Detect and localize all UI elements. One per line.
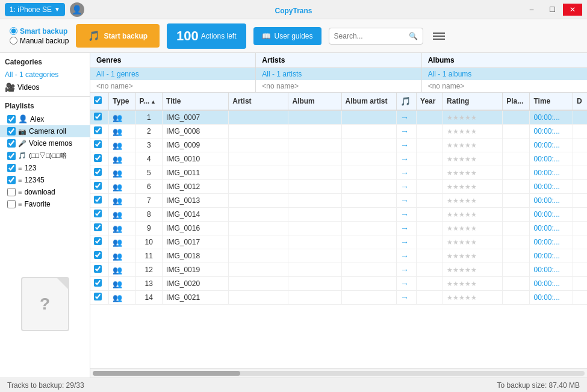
user-guides-button[interactable]: 📖 User guides <box>253 27 321 45</box>
star-icon[interactable]: ★ <box>447 211 453 218</box>
star-icon[interactable]: ★ <box>447 155 453 163</box>
star-icon[interactable]: ★ <box>465 197 471 204</box>
row-checkbox[interactable] <box>94 210 102 217</box>
star-icon[interactable]: ★ <box>459 211 465 218</box>
star-icon[interactable]: ★ <box>459 252 465 260</box>
row-checkbox[interactable] <box>94 140 102 148</box>
star-icon[interactable]: ★ <box>453 169 459 176</box>
star-icon[interactable]: ★ <box>471 155 477 163</box>
star-icon[interactable]: ★ <box>447 225 453 232</box>
close-button[interactable]: ✕ <box>563 4 582 16</box>
star-icon[interactable]: ★ <box>453 155 459 163</box>
star-icon[interactable]: ★ <box>447 266 453 273</box>
star-icon[interactable]: ★ <box>459 280 465 287</box>
star-icon[interactable]: ★ <box>465 280 471 287</box>
star-icon[interactable]: ★ <box>465 211 471 218</box>
th-checkbox[interactable] <box>90 93 109 110</box>
star-icon[interactable]: ★ <box>471 238 477 246</box>
table-row[interactable]: 👥 2 IMG_0008 → ★★★★★ 00:00:... <box>90 125 587 138</box>
select-all-checkbox[interactable] <box>94 96 102 104</box>
star-icon[interactable]: ★ <box>459 155 465 163</box>
star-icon[interactable]: ★ <box>465 225 471 232</box>
star-icon[interactable]: ★ <box>453 280 459 287</box>
th-time[interactable]: Time <box>530 93 573 110</box>
smart-backup-option[interactable]: Smart backup <box>10 27 69 36</box>
sidebar-item-videos[interactable]: 🎥 Videos <box>0 81 90 94</box>
table-row[interactable]: 👥 7 IMG_0013 → ★★★★★ 00:00:... <box>90 194 587 208</box>
table-row[interactable]: 👥 3 IMG_0009 → ★★★★★ 00:00:... <box>90 138 587 152</box>
th-albumartist[interactable]: Album artist <box>341 93 396 110</box>
star-icon[interactable]: ★ <box>447 114 453 121</box>
horizontal-scrollbar[interactable] <box>93 371 585 376</box>
sidebar-item-12345[interactable]: ≡ 12345 <box>0 174 90 186</box>
star-icon[interactable]: ★ <box>447 280 453 287</box>
device-dropdown[interactable]: 1: iPhone SE ▼ <box>5 3 65 16</box>
star-icon[interactable]: ★ <box>465 114 471 121</box>
star-icon[interactable]: ★ <box>447 128 453 135</box>
sidebar-item-favorite[interactable]: ≡ Favorite <box>0 198 90 210</box>
table-row[interactable]: 👥 8 IMG_0014 → ★★★★★ 00:00:... <box>90 208 587 222</box>
star-icon[interactable]: ★ <box>453 294 459 301</box>
download-checkbox[interactable] <box>7 188 16 196</box>
star-icon[interactable]: ★ <box>453 183 459 190</box>
star-icon[interactable]: ★ <box>465 183 471 190</box>
filter-album-noname[interactable]: <no name> <box>422 80 587 92</box>
star-icon[interactable]: ★ <box>459 169 465 176</box>
th-title[interactable]: Title <box>163 93 229 110</box>
star-icon[interactable]: ★ <box>459 142 465 149</box>
table-row[interactable]: 👥 9 IMG_0016 → ★★★★★ 00:00:... <box>90 222 587 235</box>
star-icon[interactable]: ★ <box>471 114 477 121</box>
star-icon[interactable]: ★ <box>453 225 459 232</box>
star-icon[interactable]: ★ <box>471 183 477 190</box>
star-icon[interactable]: ★ <box>471 169 477 176</box>
star-icon[interactable]: ★ <box>459 197 465 204</box>
star-icon[interactable]: ★ <box>453 211 459 218</box>
table-row[interactable]: 👥 5 IMG_0011 → ★★★★★ 00:00:... <box>90 166 587 180</box>
menu-button[interactable] <box>430 30 447 42</box>
filter-all-artists[interactable]: All - 1 artists <box>256 68 421 80</box>
table-row[interactable]: 👥 6 IMG_0012 → ★★★★★ 00:00:... <box>90 180 587 194</box>
star-icon[interactable]: ★ <box>453 252 459 260</box>
start-backup-button[interactable]: 🎵 Start backup <box>76 24 160 48</box>
smart-backup-radio[interactable] <box>10 27 17 35</box>
star-icon[interactable]: ★ <box>471 211 477 218</box>
scrollbar-thumb[interactable] <box>93 371 240 376</box>
star-icon[interactable]: ★ <box>447 252 453 260</box>
sidebar-item-all-categories[interactable]: All - 1 categories <box>0 69 90 81</box>
table-row[interactable]: 👥 1 IMG_0007 → ★★★★★ 00:00:... <box>90 110 587 125</box>
row-checkbox[interactable] <box>94 168 102 176</box>
star-icon[interactable]: ★ <box>471 142 477 149</box>
star-icon[interactable]: ★ <box>447 294 453 301</box>
table-row[interactable]: 👥 11 IMG_0018 → ★★★★★ 00:00:... <box>90 249 587 263</box>
th-type[interactable]: Type <box>109 93 135 110</box>
th-d[interactable]: D <box>573 93 587 110</box>
sidebar-item-voice-memos[interactable]: 🎤 Voice memos <box>0 137 90 149</box>
filter-all-albums[interactable]: All - 1 albums <box>422 68 587 80</box>
row-checkbox[interactable] <box>94 196 102 204</box>
th-album[interactable]: Album <box>288 93 341 110</box>
star-icon[interactable]: ★ <box>459 266 465 273</box>
star-icon[interactable]: ★ <box>453 266 459 273</box>
voice-memos-checkbox[interactable] <box>7 139 16 148</box>
star-icon[interactable]: ★ <box>459 183 465 190</box>
star-icon[interactable]: ★ <box>471 197 477 204</box>
filter-genre-noname[interactable]: <no name> <box>90 80 255 92</box>
star-icon[interactable]: ★ <box>471 225 477 232</box>
manual-backup-option[interactable]: Manual backup <box>10 37 69 45</box>
row-checkbox[interactable] <box>94 126 102 134</box>
row-checkbox[interactable] <box>94 293 102 300</box>
sidebar-item-123[interactable]: ≡ 123 <box>0 162 90 174</box>
actions-left-button[interactable]: 100 Actions left <box>167 23 246 49</box>
star-icon[interactable]: ★ <box>453 238 459 246</box>
star-icon[interactable]: ★ <box>453 128 459 135</box>
th-rating[interactable]: Rating <box>443 93 503 110</box>
star-icon[interactable]: ★ <box>459 128 465 135</box>
favorite-checkbox[interactable] <box>7 200 16 208</box>
star-icon[interactable]: ★ <box>447 238 453 246</box>
star-icon[interactable]: ★ <box>465 128 471 135</box>
camera-roll-checkbox[interactable] <box>7 127 16 135</box>
table-row[interactable]: 👥 13 IMG_0020 → ★★★★★ 00:00:... <box>90 277 587 291</box>
filter-artist-noname[interactable]: <no name> <box>256 80 421 92</box>
maximize-button[interactable]: ☐ <box>542 4 562 16</box>
star-icon[interactable]: ★ <box>465 142 471 149</box>
